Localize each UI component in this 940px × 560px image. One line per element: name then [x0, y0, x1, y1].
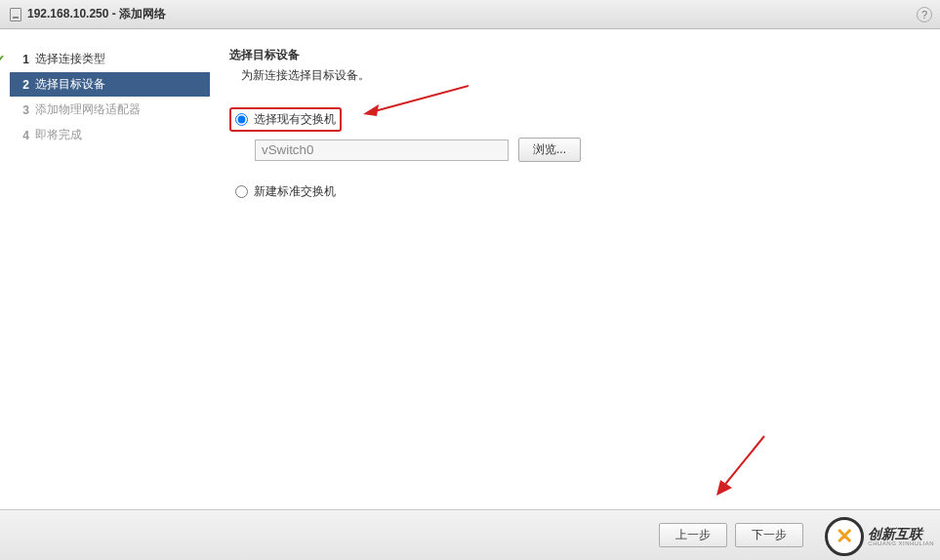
window-title: 192.168.10.250 - 添加网络 [27, 6, 166, 22]
help-icon[interactable]: ? [917, 7, 932, 22]
step-3: 3 添加物理网络适配器 [10, 98, 210, 122]
logo-subtext: CHUANG XINHULIAN [868, 540, 934, 546]
content-subheading: 为新连接选择目标设备。 [229, 67, 920, 84]
checkmark-icon: ✓ [0, 52, 8, 67]
option-existing-label: 选择现有交换机 [254, 111, 336, 128]
wizard-sidebar: ✓ 1 选择连接类型 2 选择目标设备 3 添加物理网络适配器 4 即将完成 [0, 29, 210, 507]
main-panel: ✓ 1 选择连接类型 2 选择目标设备 3 添加物理网络适配器 4 即将完成 选… [0, 29, 940, 507]
next-button[interactable]: 下一步 [735, 523, 803, 547]
back-button[interactable]: 上一步 [659, 523, 727, 547]
option-new-label: 新建标准交换机 [254, 183, 336, 200]
option-group: 选择现有交换机 浏览... 新建标准交换机 [229, 107, 920, 204]
host-icon [10, 8, 21, 21]
step-4: 4 即将完成 [10, 123, 210, 147]
browse-button[interactable]: 浏览... [518, 138, 581, 162]
wizard-content: 选择目标设备 为新连接选择目标设备。 选择现有交换机 浏览... 新建标准交换机 [210, 29, 940, 507]
titlebar: 192.168.10.250 - 添加网络 ? [0, 0, 940, 29]
step-1[interactable]: 1 选择连接类型 [10, 47, 111, 71]
watermark-logo: ✕ 创新互联 CHUANG XINHULIAN [825, 517, 934, 556]
option-existing-switch[interactable]: 选择现有交换机 [229, 107, 342, 132]
step-row-1[interactable]: ✓ 1 选择连接类型 [10, 47, 210, 72]
switch-name-input[interactable] [255, 140, 509, 161]
existing-switch-row: 浏览... [255, 138, 920, 162]
wizard-footer: 上一步 下一步 [0, 509, 940, 560]
option-new-switch[interactable]: 新建标准交换机 [229, 180, 920, 204]
content-heading: 选择目标设备 [229, 47, 920, 63]
step-2[interactable]: 2 选择目标设备 [10, 72, 210, 97]
logo-text: 创新互联 [868, 527, 934, 540]
radio-existing[interactable] [235, 113, 248, 126]
logo-circle-icon: ✕ [825, 517, 864, 556]
radio-new[interactable] [235, 185, 248, 198]
